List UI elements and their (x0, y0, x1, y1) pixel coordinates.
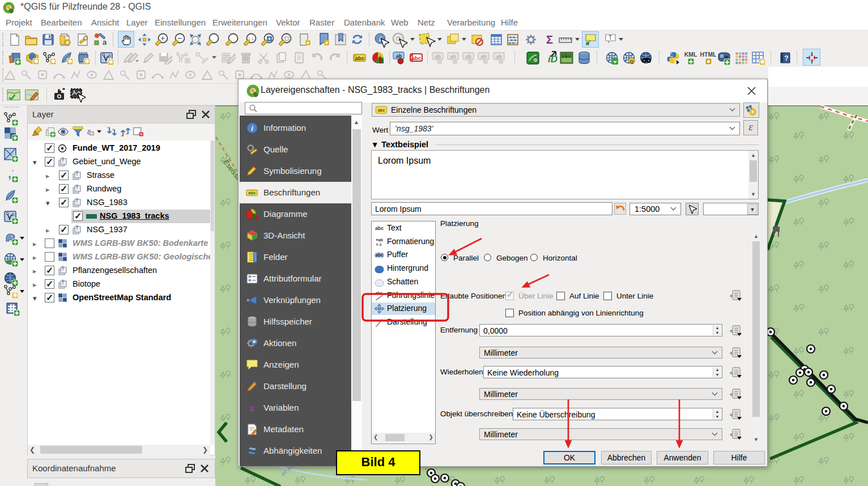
svg-text:,: , (8, 168, 11, 181)
svg-text:abc: abc (376, 291, 382, 295)
svg-text:+: + (160, 35, 164, 42)
svg-text:ab: ab (496, 54, 502, 59)
svg-text:Q: Q (630, 59, 633, 64)
svg-text:ab: ab (450, 54, 456, 59)
svg-text:abc: abc (375, 225, 384, 231)
svg-text:i: i (251, 124, 253, 133)
svg-text:abc: abc (378, 108, 385, 112)
svg-text:ε: ε (250, 402, 255, 413)
svg-text:abc: abc (355, 55, 364, 61)
svg-text:abc: abc (248, 190, 256, 195)
svg-text:ab: ab (435, 54, 441, 59)
svg-text:1:1: 1:1 (248, 36, 254, 41)
svg-text:T: T (609, 35, 612, 41)
svg-text:abc: abc (375, 253, 384, 258)
svg-text:ab: ab (396, 53, 402, 59)
svg-text:ab: ab (465, 54, 471, 59)
svg-text:< c: < c (376, 242, 381, 247)
svg-text:KML: KML (684, 51, 697, 58)
svg-text:abc: abc (412, 55, 421, 61)
svg-text:−: − (177, 34, 182, 42)
svg-text:ab: ab (480, 54, 487, 59)
svg-text:HTML: HTML (700, 51, 716, 58)
